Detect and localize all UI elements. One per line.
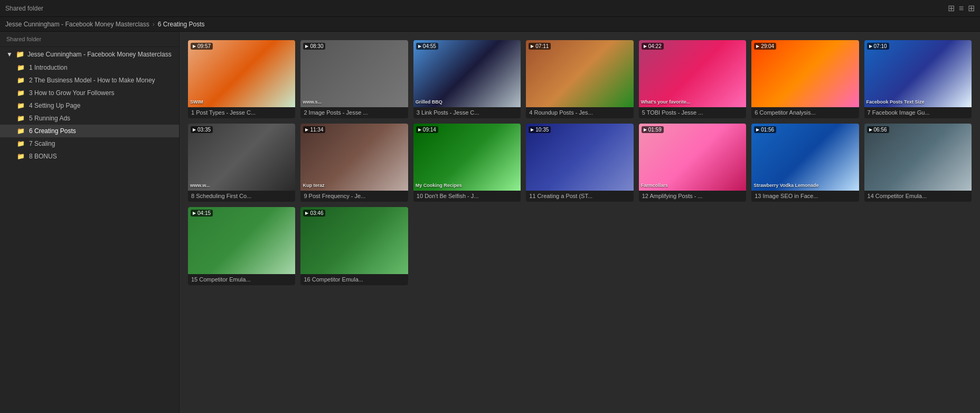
video-thumbnail-16: ▶ 03:46 — [300, 207, 408, 274]
video-time-badge-8: ▶ 03:35 — [191, 126, 213, 133]
root-folder-icon: 📁 — [16, 50, 24, 58]
top-bar-actions: ⊞ ≡ ⊞ — [948, 3, 975, 13]
video-label-8: 8 Scheduling First Co... — [188, 191, 295, 202]
video-card-3[interactable]: Grilled BBQ ▶ 04:55 3 Link Posts - Jesse… — [413, 40, 521, 118]
video-time-badge-9: ▶ 11:34 — [303, 126, 325, 133]
play-icon-3: ▶ — [418, 44, 421, 49]
window-icon[interactable]: ⊞ — [948, 3, 955, 13]
sidebar-item-item-6[interactable]: 📁 6 Creating Posts — [0, 125, 179, 137]
sidebar-item-item-8[interactable]: 📁 8 BONUS — [0, 150, 179, 163]
video-duration-13: 01:56 — [761, 127, 774, 133]
list-view-icon[interactable]: ≡ — [959, 4, 964, 13]
video-card-1[interactable]: SWIM ▶ 09:57 1 Post Types - Jesse C... — [188, 40, 295, 118]
video-duration-15: 04:15 — [197, 210, 211, 216]
video-card-5[interactable]: What's your favorite... ▶ 04:22 5 TOBI P… — [639, 40, 746, 118]
video-thumbnail-13: Strawberry Vodka Lemonade ▶ 01:56 — [751, 124, 859, 191]
grid-view-icon[interactable]: ⊞ — [968, 3, 975, 13]
video-label-2: 2 Image Posts - Jesse ... — [300, 107, 408, 118]
folder-icon-item-4: 📁 — [17, 102, 25, 109]
video-duration-10: 09:14 — [423, 127, 436, 133]
video-card-9[interactable]: Kup teraz ▶ 11:34 9 Post Frequency - Je.… — [300, 124, 408, 202]
top-bar: Shared folder ⊞ ≡ ⊞ — [0, 0, 980, 17]
video-label-14: 14 Competitor Emula... — [864, 191, 972, 202]
video-label-6: 6 Competitor Analysis... — [751, 107, 859, 118]
video-duration-8: 03:35 — [197, 127, 211, 133]
play-icon-7: ▶ — [869, 44, 872, 49]
video-thumbnail-1: SWIM ▶ 09:57 — [188, 40, 295, 107]
video-card-10[interactable]: My Cooking Recipes ▶ 09:14 10 Don't Be S… — [413, 124, 521, 202]
video-label-1: 1 Post Types - Jesse C... — [188, 107, 295, 118]
video-duration-12: 01:59 — [648, 127, 662, 133]
video-label-10: 10 Don't Be Selfish - J... — [413, 191, 521, 202]
thumb-bg-11 — [526, 124, 633, 191]
video-thumbnail-6: ▶ 29:04 — [751, 40, 859, 107]
play-icon-5: ▶ — [644, 44, 647, 49]
play-icon-12: ▶ — [644, 127, 647, 132]
sidebar-root-label: Jesse Cunningham - Facebook Money Master… — [27, 51, 172, 58]
video-card-14[interactable]: ▶ 06:56 14 Competitor Emula... — [864, 124, 972, 202]
play-icon-2: ▶ — [305, 44, 308, 49]
breadcrumb-root[interactable]: Jesse Cunningham - Facebook Money Master… — [5, 21, 149, 28]
sidebar-label-item-3: 3 How to Grow Your Followers — [29, 89, 114, 97]
sidebar-label-item-8: 8 BONUS — [29, 153, 57, 160]
thumb-text-3: Grilled BBQ — [416, 99, 442, 105]
thumb-text-7: Facebook Posts Text Size — [866, 99, 925, 105]
video-card-7[interactable]: Facebook Posts Text Size ▶ 07:10 7 Faceb… — [864, 40, 972, 118]
video-duration-11: 10:35 — [535, 127, 549, 133]
video-card-16[interactable]: ▶ 03:46 16 Competitor Emula... — [300, 207, 408, 285]
sidebar-item-item-2[interactable]: 📁 2 The Business Model - How to Make Mon… — [0, 74, 179, 87]
video-thumbnail-9: Kup teraz ▶ 11:34 — [300, 124, 408, 191]
thumb-text-5: What's your favorite... — [641, 99, 691, 105]
video-label-4: 4 Roundup Posts - Jes... — [526, 107, 633, 118]
video-card-2[interactable]: www.s... ▶ 08:30 2 Image Posts - Jesse .… — [300, 40, 408, 118]
video-card-8[interactable]: www.w... ▶ 03:35 8 Scheduling First Co..… — [188, 124, 295, 202]
video-duration-14: 06:56 — [874, 127, 887, 133]
play-icon-8: ▶ — [193, 127, 196, 132]
video-card-12[interactable]: Farmcollars ▶ 01:59 12 Amplifying Posts … — [639, 124, 746, 202]
thumb-bg-3: Grilled BBQ — [413, 40, 521, 107]
video-grid: SWIM ▶ 09:57 1 Post Types - Jesse C... w… — [188, 40, 972, 285]
folder-icon-item-6: 📁 — [17, 127, 25, 135]
video-card-4[interactable]: ▶ 07:11 4 Roundup Posts - Jes... — [526, 40, 633, 118]
thumb-text-1: SWIM — [190, 99, 203, 105]
thumb-bg-16 — [300, 207, 408, 274]
play-icon-10: ▶ — [418, 127, 421, 132]
video-duration-4: 07:11 — [535, 43, 549, 49]
sidebar-item-item-7[interactable]: 📁 7 Scaling — [0, 137, 179, 150]
sidebar-item-item-5[interactable]: 📁 5 Running Ads — [0, 112, 179, 125]
sidebar-root-folder[interactable]: ▼ 📁 Jesse Cunningham - Facebook Money Ma… — [0, 47, 179, 61]
video-label-12: 12 Amplifying Posts - ... — [639, 191, 746, 202]
thumb-bg-13: Strawberry Vodka Lemonade — [751, 124, 859, 191]
video-thumbnail-10: My Cooking Recipes ▶ 09:14 — [413, 124, 521, 191]
video-card-11[interactable]: ▶ 10:35 11 Creating a Post (ST... — [526, 124, 633, 202]
thumb-bg-15 — [188, 207, 295, 274]
play-icon-13: ▶ — [756, 127, 759, 132]
thumb-bg-6 — [751, 40, 859, 107]
video-label-9: 9 Post Frequency - Je... — [300, 191, 408, 202]
video-thumbnail-2: www.s... ▶ 08:30 — [300, 40, 408, 107]
breadcrumb: Jesse Cunningham - Facebook Money Master… — [0, 17, 980, 32]
thumb-text-12: Farmcollars — [641, 183, 668, 189]
play-icon-4: ▶ — [531, 44, 534, 49]
thumb-bg-4 — [526, 40, 633, 107]
play-icon-1: ▶ — [193, 44, 196, 49]
video-duration-3: 04:55 — [423, 43, 436, 49]
video-thumbnail-15: ▶ 04:15 — [188, 207, 295, 274]
video-time-badge-7: ▶ 07:10 — [867, 43, 889, 50]
thumb-bg-8: www.w... — [188, 124, 295, 191]
sidebar-label-item-5: 5 Running Ads — [29, 115, 70, 122]
video-duration-6: 29:04 — [761, 43, 774, 49]
sidebar-item-item-4[interactable]: 📁 4 Setting Up Page — [0, 99, 179, 112]
sidebar-item-item-1[interactable]: 📁 1 Introduction — [0, 61, 179, 74]
video-time-badge-6: ▶ 29:04 — [754, 43, 776, 50]
video-thumbnail-14: ▶ 06:56 — [864, 124, 972, 191]
play-icon-14: ▶ — [869, 127, 872, 132]
video-time-badge-12: ▶ 01:59 — [642, 126, 664, 133]
video-duration-5: 04:22 — [648, 43, 662, 49]
video-card-15[interactable]: ▶ 04:15 15 Competitor Emula... — [188, 207, 295, 285]
video-card-13[interactable]: Strawberry Vodka Lemonade ▶ 01:56 13 Ima… — [751, 124, 859, 202]
folder-icon-item-1: 📁 — [17, 64, 25, 71]
folder-icon-item-5: 📁 — [17, 115, 25, 122]
sidebar-item-item-3[interactable]: 📁 3 How to Grow Your Followers — [0, 87, 179, 99]
video-card-6[interactable]: ▶ 29:04 6 Competitor Analysis... — [751, 40, 859, 118]
